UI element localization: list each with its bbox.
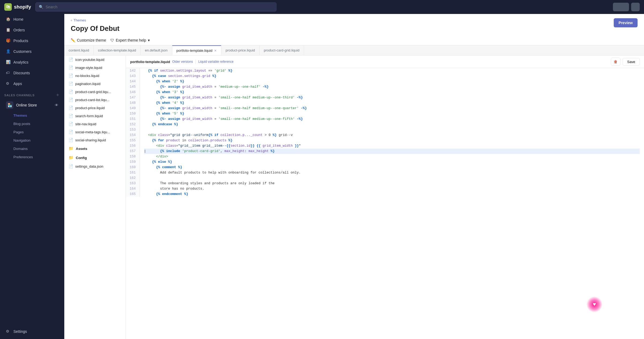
content-area: ‹ Themes Copy Of Debut ✏️ Customize them…: [64, 14, 644, 339]
file-item-pagination[interactable]: 📄 pagination.liquid: [64, 80, 126, 88]
file-item-settings-data[interactable]: 📄 settings_data.json: [64, 162, 126, 170]
file-icon: 📄: [69, 82, 73, 86]
breadcrumb[interactable]: ‹ Themes: [71, 18, 150, 22]
tab-product-price[interactable]: product-price.liquid: [221, 46, 260, 55]
store-badge[interactable]: [613, 3, 629, 11]
line-numbers: 142143144145 146147148149 150151152153 1…: [126, 68, 140, 197]
tab-label-en-default: en.default.json: [145, 48, 168, 52]
avatar[interactable]: [631, 3, 640, 11]
breadcrumb-chevron: ‹: [71, 18, 72, 22]
code-line-149: {%- assign grid_item_width = 'small--one…: [144, 106, 640, 111]
sidebar: 🏠 Home 📋 Orders 🎁 Products 👤 Customers 📊…: [0, 14, 64, 339]
file-item-site-nav[interactable]: 📄 site-nav.liquid: [64, 120, 126, 128]
expert-help-button[interactable]: 🛡 Expert theme help ▾: [110, 36, 150, 45]
code-line-154: <div class="grid grid--uniform{% if coll…: [144, 132, 640, 138]
chevron-down-icon: ▾: [148, 38, 150, 42]
file-item-search-form[interactable]: 📄 search-form.liquid: [64, 112, 126, 120]
sidebar-sub-item-themes[interactable]: Themes: [2, 112, 63, 119]
tab-content-liquid[interactable]: content.liquid: [64, 46, 94, 55]
search-input[interactable]: [46, 5, 273, 9]
file-icon: 📄: [69, 57, 73, 62]
navigation-label: Navigation: [13, 138, 31, 142]
code-line-143: {% case section.settings.grid %}: [144, 73, 640, 79]
code-toolbar-right: 🗑 Save: [611, 58, 640, 66]
file-name: image-style.liquid: [75, 66, 102, 70]
sidebar-item-online-store[interactable]: 🏪 Online Store 👁: [2, 99, 63, 111]
logo[interactable]: 🛍 shopify: [4, 3, 31, 11]
file-item-product-card-grid[interactable]: 📄 product-card-grid.liqu...: [64, 88, 126, 96]
file-item-social-meta-tags[interactable]: 📄 social-meta-tags.liqu...: [64, 128, 126, 136]
folder-icon-assets: 📁: [69, 146, 74, 151]
file-item-product-card-list[interactable]: 📄 product-card-list.liqu...: [64, 96, 126, 104]
sidebar-item-orders[interactable]: 📋 Orders: [2, 25, 63, 35]
code-line-145: {%- assign grid_item_width = 'medium-up-…: [144, 84, 640, 90]
tab-en-default-json[interactable]: en.default.json: [141, 46, 172, 55]
file-icon: 📄: [69, 65, 73, 70]
tab-product-card-grid[interactable]: product-card-grid.liquid: [260, 46, 304, 55]
sidebar-item-customers[interactable]: 👤 Customers: [2, 46, 63, 57]
sidebar-label-orders: Orders: [13, 28, 25, 32]
customize-label: Customize theme: [77, 38, 106, 42]
customize-icon: ✏️: [71, 38, 75, 42]
sidebar-sub-item-navigation[interactable]: Navigation: [2, 137, 63, 144]
orders-icon: 📋: [6, 28, 11, 32]
sidebar-item-analytics[interactable]: 📊 Analytics: [2, 57, 63, 67]
main-layout: 🏠 Home 📋 Orders 🎁 Products 👤 Customers 📊…: [0, 14, 644, 339]
code-line-161: Add default products to help with onboar…: [144, 170, 640, 175]
sidebar-sub-item-domains[interactable]: Domains: [2, 145, 63, 153]
file-item-image-style[interactable]: 📄 image-style.liquid: [64, 64, 126, 72]
code-line-148: {% when '4' %}: [144, 100, 640, 106]
folder-label-config: Config: [76, 156, 87, 160]
folder-item-assets[interactable]: 📁 Assets: [64, 144, 126, 153]
file-panel: 📄 icon-youtube.liquid 📄 image-style.liqu…: [64, 56, 126, 339]
sidebar-label-analytics: Analytics: [13, 60, 28, 64]
tab-label-product-price: product-price.liquid: [226, 48, 255, 52]
delete-button[interactable]: 🗑: [611, 58, 620, 66]
save-button[interactable]: Save: [623, 58, 640, 66]
liquid-reference-link[interactable]: Liquid variable reference: [198, 60, 233, 64]
folder-item-config[interactable]: 📁 Config: [64, 153, 126, 162]
older-versions-link[interactable]: Older versions: [172, 60, 193, 64]
sidebar-item-settings[interactable]: ⚙ Settings: [2, 326, 63, 337]
settings-label: Settings: [13, 329, 27, 334]
sidebar-item-apps[interactable]: ⚙ Apps: [2, 79, 63, 89]
add-sales-channel-icon[interactable]: ＋: [55, 92, 60, 98]
sidebar-label-home: Home: [13, 17, 23, 21]
tab-collection-template[interactable]: collection-template.liquid: [94, 46, 141, 55]
eye-icon[interactable]: 👁: [55, 103, 58, 107]
sidebar-item-discounts[interactable]: 🏷 Discounts: [2, 68, 63, 78]
file-item-product-price[interactable]: 📄 product-price.liquid: [64, 104, 126, 112]
code-line-155: {% for product in collection.products %}: [144, 138, 640, 143]
file-item-no-blocks[interactable]: 📄 no-blocks.liquid: [64, 72, 126, 80]
customize-theme-button[interactable]: ✏️ Customize theme: [71, 36, 106, 45]
sidebar-sub-item-pages[interactable]: Pages: [2, 128, 63, 136]
sales-channels-section: SALES CHANNELS ＋: [0, 89, 64, 99]
tab-close-portfolio[interactable]: ✕: [214, 49, 217, 53]
tab-portfolio-template[interactable]: portfolio-template.liquid ✕: [172, 45, 221, 55]
code-filename: portfolio-template.liquid: [130, 60, 170, 64]
code-line-158: </div>: [144, 154, 640, 159]
file-item-social-sharing[interactable]: 📄 social-sharing.liquid: [64, 136, 126, 144]
page-actions: ✏️ Customize theme 🛡 Expert theme help ▾: [71, 36, 150, 45]
pipe-separator: |: [195, 59, 196, 64]
code-editor[interactable]: 142143144145 146147148149 150151152153 1…: [126, 68, 644, 339]
sidebar-sub-item-blog-posts[interactable]: Blog posts: [2, 120, 63, 128]
sidebar-sub-item-preferences[interactable]: Preferences: [2, 153, 63, 161]
tab-label-collection: collection-template.liquid: [98, 48, 136, 52]
tab-label-product-card-grid: product-card-grid.liquid: [264, 48, 299, 52]
file-icon: 📄: [69, 138, 73, 142]
tabs-bar: content.liquid collection-template.liqui…: [64, 45, 644, 56]
search-bar[interactable]: 🔍: [35, 2, 276, 12]
sidebar-item-home[interactable]: 🏠 Home: [2, 14, 63, 24]
code-lines[interactable]: {% if section.settings.layout == 'grid' …: [140, 68, 644, 197]
pages-label: Pages: [13, 130, 24, 134]
file-icon: 📄: [69, 73, 73, 78]
sidebar-item-products[interactable]: 🎁 Products: [2, 36, 63, 46]
file-item-icon-youtube[interactable]: 📄 icon-youtube.liquid: [64, 56, 126, 64]
blog-posts-label: Blog posts: [13, 122, 30, 126]
code-line-153: [144, 127, 640, 132]
file-icon: 📄: [69, 98, 73, 102]
file-name: icon-youtube.liquid: [75, 58, 104, 62]
file-icon: 📄: [69, 164, 73, 168]
preview-button[interactable]: Preview: [614, 18, 638, 27]
